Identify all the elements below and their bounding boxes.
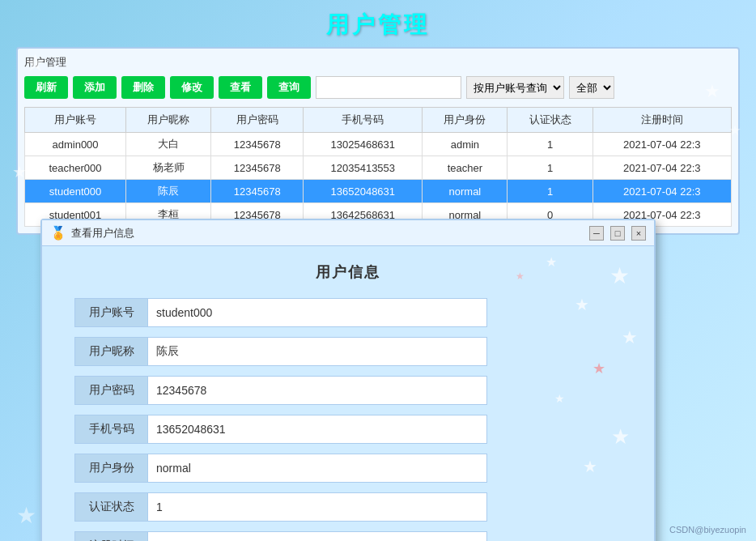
col-phone: 手机号码 — [304, 108, 423, 133]
cell-2: 12345678 — [211, 180, 304, 203]
toolbar: 刷新 添加 删除 修改 查看 查询 按用户账号查询 全部 — [24, 76, 732, 99]
dialog-body: ★ ★ ★ ★ ★ ★ ★ ★ ★ 用户信息 用户账号student000用户昵… — [42, 246, 654, 541]
col-account: 用户账号 — [25, 108, 126, 133]
page-title: 用户管理 — [0, 0, 756, 47]
form-row: 用户身份normal — [74, 454, 622, 483]
cell-0: student000 — [25, 180, 126, 203]
cell-6: 2021-07-04 22:3 — [592, 180, 731, 203]
col-role: 用户身份 — [423, 108, 508, 133]
form-row: 用户账号student000 — [74, 298, 622, 327]
table-row[interactable]: teacher000杨老师1234567812035413553teacher1… — [25, 156, 732, 180]
form-label: 用户账号 — [74, 298, 147, 327]
form-value: normal — [147, 454, 487, 483]
dialog-fields: 用户账号student000用户昵称陈辰用户密码12345678手机号码1365… — [74, 298, 622, 541]
cell-1: 大白 — [126, 133, 211, 156]
form-label: 手机号码 — [74, 415, 147, 444]
user-table: 用户账号 用户昵称 用户密码 手机号码 用户身份 认证状态 注册时间 admin… — [24, 107, 732, 227]
form-row: 注册时间2021-07-04 22:33:52 — [74, 531, 622, 541]
dialog-titlebar: 🏅 查看用户信息 ─ □ × — [42, 220, 654, 246]
cell-0: teacher000 — [25, 156, 126, 180]
dialog-maximize-button[interactable]: □ — [610, 226, 625, 241]
cell-0: admin000 — [25, 133, 126, 156]
cell-3: 13025468631 — [304, 133, 423, 156]
cell-6: 2021-07-04 22:3 — [592, 156, 731, 180]
user-info-dialog: 🏅 查看用户信息 ─ □ × ★ ★ ★ ★ ★ ★ ★ ★ ★ 用户信息 用户… — [40, 219, 656, 541]
cell-4: normal — [423, 180, 508, 203]
form-value: 12345678 — [147, 376, 487, 405]
form-label: 注册时间 — [74, 531, 147, 541]
col-regtime: 注册时间 — [592, 108, 731, 133]
cell-6: 2021-07-04 22:3 — [592, 133, 731, 156]
form-value: 1 — [147, 492, 487, 522]
form-label: 用户密码 — [74, 376, 147, 405]
dialog-close-button[interactable]: × — [631, 226, 646, 241]
add-button[interactable]: 添加 — [73, 76, 117, 99]
form-row: 用户昵称陈辰 — [74, 337, 622, 366]
table-row[interactable]: admin000大白1234567813025468631admin12021-… — [25, 133, 732, 156]
form-label: 认证状态 — [74, 492, 147, 522]
cell-4: admin — [423, 133, 508, 156]
cell-3: 13652048631 — [304, 180, 423, 203]
form-label: 用户昵称 — [74, 337, 147, 366]
cell-2: 12345678 — [211, 133, 304, 156]
delete-button[interactable]: 删除 — [121, 76, 165, 99]
dialog-minimize-button[interactable]: ─ — [589, 226, 604, 241]
cell-5: 1 — [508, 133, 592, 156]
form-label: 用户身份 — [74, 454, 147, 483]
form-value: student000 — [147, 298, 487, 327]
form-row: 用户密码12345678 — [74, 376, 622, 405]
form-row: 手机号码13652048631 — [74, 415, 622, 444]
dialog-icon: 🏅 — [50, 225, 66, 241]
main-panel: 用户管理 刷新 添加 删除 修改 查看 查询 按用户账号查询 全部 用户账号 用… — [16, 47, 740, 235]
cell-5: 1 — [508, 156, 592, 180]
form-row: 认证状态1 — [74, 492, 622, 522]
form-value: 陈辰 — [147, 337, 487, 366]
col-password: 用户密码 — [211, 108, 304, 133]
refresh-button[interactable]: 刷新 — [24, 76, 68, 99]
form-value: 13652048631 — [147, 415, 487, 444]
cell-3: 12035413553 — [304, 156, 423, 180]
col-nickname: 用户昵称 — [126, 108, 211, 133]
form-value: 2021-07-04 22:33:52 — [147, 531, 487, 541]
dialog-title-area: 🏅 查看用户信息 — [50, 225, 134, 241]
edit-button[interactable]: 修改 — [170, 76, 214, 99]
filter-select[interactable]: 全部 — [569, 76, 614, 99]
table-row[interactable]: student000陈辰1234567813652048631normal120… — [25, 180, 732, 203]
col-auth: 认证状态 — [508, 108, 592, 133]
cell-1: 杨老师 — [126, 156, 211, 180]
dialog-controls: ─ □ × — [589, 226, 646, 241]
search-input[interactable] — [316, 76, 461, 99]
table-header-row: 用户账号 用户昵称 用户密码 手机号码 用户身份 认证状态 注册时间 — [25, 108, 732, 133]
dialog-heading: 用户信息 — [74, 262, 622, 282]
query-type-select[interactable]: 按用户账号查询 — [466, 76, 564, 99]
dialog-title-label: 查看用户信息 — [71, 226, 134, 241]
cell-1: 陈辰 — [126, 180, 211, 203]
watermark: CSDN@biyezuopin — [669, 525, 746, 535]
query-button[interactable]: 查询 — [267, 76, 311, 99]
panel-title-label: 用户管理 — [24, 55, 732, 70]
cell-5: 1 — [508, 180, 592, 203]
cell-4: teacher — [423, 156, 508, 180]
view-button[interactable]: 查看 — [219, 76, 262, 99]
cell-2: 12345678 — [211, 156, 304, 180]
